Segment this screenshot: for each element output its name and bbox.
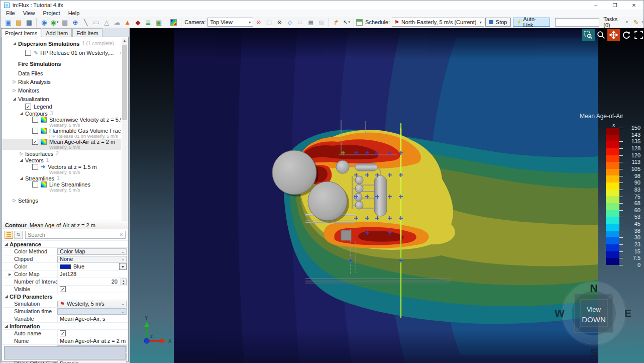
- scrollbar-thumb[interactable]: [122, 45, 127, 120]
- tab-project-items[interactable]: Project Items: [1, 28, 41, 37]
- categorized-view-button[interactable]: [5, 231, 13, 239]
- tree-node-line-streamlines[interactable]: Line Streamlines Westerly, 5 m/s: [2, 182, 121, 193]
- clipped-dropdown[interactable]: None ⌄: [57, 256, 127, 262]
- new-project-icon[interactable]: ▣: [4, 18, 13, 27]
- checkbox-unchecked[interactable]: [32, 128, 38, 134]
- plane-icon[interactable]: ▨: [316, 18, 326, 27]
- tree-node-dispersion-simulations[interactable]: ◢ Dispersion Simulations 1 (1 complete): [2, 39, 121, 48]
- tree-node-streamlines[interactable]: ◢ Streamlines 1: [2, 175, 121, 182]
- zoom-fit-button[interactable]: [632, 29, 644, 41]
- run-icon[interactable]: ◉▾: [50, 18, 59, 27]
- expanded-arrow-icon[interactable]: ◢: [19, 158, 24, 162]
- checkbox-unchecked[interactable]: [25, 50, 31, 56]
- minimize-button[interactable]: –: [586, 1, 605, 10]
- tree-node-settings[interactable]: ▷ Settings: [2, 196, 121, 205]
- vent-icon[interactable]: △: [102, 18, 112, 27]
- path-icon[interactable]: ↱: [332, 18, 341, 27]
- checkbox-unchecked[interactable]: [32, 117, 38, 123]
- checkbox-unchecked[interactable]: [32, 164, 38, 170]
- leak-icon[interactable]: ◆: [133, 18, 143, 27]
- search-input[interactable]: [28, 232, 119, 238]
- color-dropdown-button[interactable]: ▼: [119, 263, 127, 270]
- group-appearance[interactable]: ◢ Appearance: [2, 240, 128, 247]
- domain-icon[interactable]: ▤: [60, 18, 70, 27]
- zoom-button[interactable]: [595, 29, 607, 41]
- tree-node-data-files[interactable]: Data Files: [2, 69, 121, 77]
- stop-button[interactable]: Stop: [485, 18, 511, 27]
- tree-node-legend[interactable]: ✓ Legend: [2, 103, 121, 110]
- compass-west[interactable]: W: [555, 307, 565, 319]
- reset-view-icon[interactable]: ⊗: [275, 18, 284, 27]
- group-information[interactable]: ◢ Information: [2, 322, 128, 329]
- camera-select[interactable]: Top View ▾: [207, 18, 253, 27]
- collapsed-arrow-icon[interactable]: ▷: [19, 151, 24, 156]
- clear-search-icon[interactable]: ✕: [119, 232, 123, 237]
- tree-node-risk-analysis[interactable]: ▷ Risk Analysis: [2, 77, 121, 86]
- color-map-value[interactable]: Jet128: [57, 271, 127, 278]
- tasks-dropdown[interactable]: Tasks (0) ▾: [603, 16, 628, 28]
- plane-offset-system-dropdown[interactable]: Domain ⌄: [57, 360, 127, 363]
- scroll-up-icon[interactable]: ▲: [122, 38, 128, 44]
- intervals-field[interactable]: 20 ▲▼: [57, 279, 127, 285]
- expanded-arrow-icon[interactable]: ◢: [12, 97, 17, 101]
- name-value[interactable]: Mean Age-of-Air at z = 2 m: [57, 338, 127, 344]
- grid-icon[interactable]: ▦: [306, 18, 315, 27]
- compass-east[interactable]: E: [624, 307, 631, 319]
- vessel-icon[interactable]: ▭: [91, 18, 101, 27]
- tree-node-fire-simulations[interactable]: Fire Simulations: [2, 59, 121, 69]
- delete-camera-icon[interactable]: ⊘: [254, 18, 263, 27]
- monitor-region-icon[interactable]: ≣: [144, 18, 153, 27]
- cloud-icon[interactable]: ☁: [113, 18, 122, 27]
- tree-node-monitors[interactable]: ▷ Monitors: [2, 86, 121, 95]
- expanded-arrow-icon[interactable]: ◢: [19, 176, 24, 180]
- tree-node-streamwise-velocity[interactable]: Streamwise Velocity at z = 5.94 m Wester…: [2, 117, 121, 128]
- collapsed-arrow-icon[interactable]: ▶: [9, 273, 11, 277]
- menu-view[interactable]: View: [19, 10, 39, 17]
- tree-scrollbar[interactable]: ▲ ▼: [122, 38, 128, 227]
- checkbox-checked[interactable]: ✓: [60, 330, 66, 336]
- cube-icon[interactable]: □: [295, 18, 305, 27]
- simulation-time-dropdown[interactable]: ⌄: [57, 308, 127, 315]
- colormap-icon[interactable]: [169, 18, 178, 27]
- collapsed-arrow-icon[interactable]: ▷: [12, 198, 17, 203]
- viewport-3d[interactable]: N S W E View DOWN Y X Z: [130, 28, 644, 363]
- toolbar-overflow-icon[interactable]: ▾: [642, 20, 644, 24]
- checkbox-checked[interactable]: ✓: [32, 139, 38, 145]
- line-icon[interactable]: ╲: [81, 18, 90, 27]
- simulation-dropdown[interactable]: ⚑ Westerly, 5 m/s ⌄: [57, 301, 127, 307]
- tab-add-item[interactable]: Add Item: [42, 28, 72, 37]
- checkbox-checked[interactable]: ✓: [25, 104, 31, 110]
- tab-edit-item[interactable]: Edit Item: [72, 28, 102, 37]
- color-method-dropdown[interactable]: Color Map ⌄: [57, 248, 127, 255]
- menu-help[interactable]: Help: [64, 10, 84, 17]
- info-icon[interactable]: ◉: [39, 18, 49, 27]
- camera-icon[interactable]: ▢: [264, 18, 274, 27]
- image-icon[interactable]: ▣: [154, 18, 164, 27]
- quick-search-input[interactable]: [555, 18, 599, 27]
- cursor-icon[interactable]: ↖▾: [342, 18, 351, 27]
- compass-south[interactable]: S: [590, 346, 597, 358]
- tree-node-vectors-item[interactable]: ➔ Vectors at z = 1.5 m Westerly, 5 m/s: [2, 163, 121, 175]
- expanded-arrow-icon[interactable]: ◢: [19, 111, 24, 116]
- orbit-icon[interactable]: ◇: [285, 18, 295, 27]
- tree-node-hp-release[interactable]: ✎ HP Release 01 on Westerly,... ✓ Comple…: [2, 48, 121, 58]
- maximize-button[interactable]: ❐: [605, 1, 624, 10]
- alphabetical-view-button[interactable]: ⇅: [14, 231, 23, 239]
- rotate-button[interactable]: [620, 29, 632, 41]
- checkbox-unchecked[interactable]: [32, 182, 38, 188]
- schedule-select[interactable]: ⚑ North-Easterly, 5 m/s (Current) ▾: [392, 18, 484, 27]
- zoom-region-button[interactable]: [582, 29, 595, 41]
- compass-north[interactable]: N: [590, 282, 597, 294]
- color-dropdown[interactable]: Blue ▼: [57, 263, 127, 270]
- tree-node-visualization[interactable]: ◢ Visualization: [2, 95, 121, 103]
- save-icon[interactable]: ▦: [25, 18, 34, 27]
- pan-button[interactable]: [607, 29, 620, 41]
- auto-link-button[interactable]: Auto-Link: [513, 18, 550, 27]
- collapsed-arrow-icon[interactable]: ▷: [12, 79, 17, 84]
- tree-node-vectors[interactable]: ◢ Vectors 1: [2, 157, 121, 163]
- tree-node-contours[interactable]: ◢ Contours 3: [2, 110, 121, 117]
- number-spinner[interactable]: ▲▼: [121, 279, 127, 285]
- flame-icon[interactable]: ▲: [123, 18, 132, 27]
- expanded-arrow-icon[interactable]: ◢: [12, 41, 17, 46]
- collapsed-arrow-icon[interactable]: ▷: [12, 88, 17, 93]
